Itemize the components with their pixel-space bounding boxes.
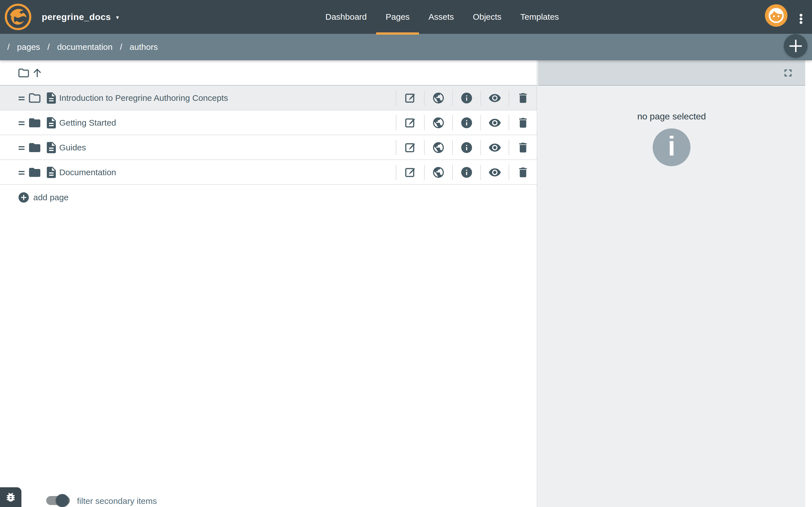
page-row[interactable]: Guides [0, 135, 537, 160]
breadcrumb-separator: / [47, 42, 50, 52]
edit-icon [404, 166, 417, 179]
fullscreen-icon[interactable] [782, 67, 794, 79]
preview-button[interactable] [480, 165, 509, 180]
trash-icon [516, 141, 529, 154]
page-title: Documentation [59, 160, 116, 185]
preview-button[interactable] [480, 115, 509, 130]
info-button[interactable] [452, 140, 480, 155]
delete-button[interactable] [509, 91, 537, 106]
delete-button[interactable] [509, 165, 537, 180]
eye-icon [488, 116, 501, 129]
filter-toggle[interactable] [46, 494, 70, 507]
edit-icon [404, 116, 417, 129]
row-actions [396, 86, 537, 110]
parent-folder-icon[interactable] [17, 67, 30, 79]
info-placeholder-icon: i [653, 128, 691, 166]
preview-button[interactable] [480, 91, 509, 106]
globe-icon [432, 141, 445, 154]
trash-icon [516, 166, 529, 179]
globe-icon [432, 92, 445, 105]
edit-button[interactable] [396, 140, 424, 155]
info-icon [460, 166, 473, 179]
preview-button[interactable] [480, 140, 509, 155]
page-list-panel: Introduction to Peregrine Authoring Conc… [0, 60, 538, 507]
eye-icon [488, 166, 501, 179]
publish-button[interactable] [424, 91, 452, 106]
face-icon [767, 6, 785, 24]
drag-handle-icon[interactable] [18, 121, 24, 126]
add-button[interactable] [784, 34, 808, 58]
info-button[interactable] [452, 91, 480, 106]
tab-assets[interactable]: Assets [428, 0, 454, 34]
publish-button[interactable] [424, 165, 452, 180]
page-row[interactable]: Getting Started [0, 110, 537, 135]
info-button[interactable] [452, 165, 480, 180]
page-row[interactable]: Documentation [0, 160, 537, 185]
site-switcher[interactable]: peregrine_docs ▼ [42, 0, 120, 34]
page-title: Introduction to Peregrine Authoring Conc… [59, 86, 228, 110]
bug-icon [5, 491, 17, 503]
page-row[interactable]: Introduction to Peregrine Authoring Conc… [0, 86, 537, 110]
page-title: Getting Started [59, 110, 116, 135]
eye-icon [488, 92, 501, 105]
folder-outline-icon [28, 91, 42, 105]
breadcrumb-item[interactable]: pages [17, 42, 40, 52]
peregrine-cms-page: peregrine_docs ▼ DashboardPagesAssetsObj… [0, 0, 812, 507]
breadcrumb-separator: / [120, 42, 122, 52]
page-title: Guides [59, 135, 86, 160]
add-page-button[interactable]: add page [33, 185, 68, 210]
row-actions [396, 135, 537, 160]
edit-button[interactable] [396, 91, 424, 106]
tab-objects[interactable]: Objects [473, 0, 502, 34]
edit-icon [404, 141, 417, 154]
add-circle-icon[interactable] [17, 191, 30, 204]
tab-dashboard[interactable]: Dashboard [325, 0, 367, 34]
site-name-label: peregrine_docs [42, 12, 111, 22]
drag-handle-icon[interactable] [18, 97, 24, 102]
publish-button[interactable] [424, 115, 452, 130]
drag-handle-icon[interactable] [18, 146, 24, 151]
globe-icon [432, 116, 445, 129]
delete-button[interactable] [509, 115, 537, 130]
eye-icon [488, 141, 501, 154]
peregrine-logo-icon[interactable] [5, 4, 31, 30]
caret-down-icon: ▼ [115, 13, 120, 20]
breadcrumb-item[interactable]: authors [130, 42, 158, 52]
tab-templates[interactable]: Templates [520, 0, 559, 34]
more-options-menu[interactable] [799, 13, 803, 24]
folder-icon [28, 166, 42, 179]
add-page-row: add page [0, 185, 537, 210]
edit-button[interactable] [396, 115, 424, 130]
top-navbar: peregrine_docs ▼ DashboardPagesAssetsObj… [0, 0, 812, 34]
document-icon [45, 166, 58, 179]
breadcrumb-item[interactable]: documentation [57, 42, 112, 52]
document-icon [45, 116, 58, 129]
no-page-selected-message: no page selected [538, 111, 805, 122]
debug-button[interactable] [0, 487, 21, 507]
tab-pages[interactable]: Pages [386, 0, 410, 34]
row-actions [396, 160, 537, 185]
nav-tabs: DashboardPagesAssetsObjectsTemplates [325, 0, 559, 34]
info-icon [460, 116, 473, 129]
info-icon [460, 92, 473, 105]
info-button[interactable] [452, 115, 480, 130]
drag-handle-icon[interactable] [18, 171, 24, 176]
toggle-knob [56, 494, 69, 507]
document-icon [45, 91, 58, 105]
edit-button[interactable] [396, 165, 424, 180]
trash-icon [516, 92, 529, 105]
folder-icon [28, 141, 42, 154]
user-avatar[interactable] [765, 4, 788, 27]
up-arrow-icon[interactable] [31, 67, 43, 79]
breadcrumb-separator: / [7, 42, 10, 52]
folder-icon [28, 116, 42, 129]
filter-toggle-label: filter secondary items [77, 496, 157, 506]
page-detail-panel: no page selected i [538, 60, 805, 507]
document-icon [45, 141, 58, 154]
info-glyph: i [668, 131, 675, 162]
publish-button[interactable] [424, 140, 452, 155]
list-toolbar [0, 60, 537, 86]
globe-icon [432, 166, 445, 179]
row-actions [396, 110, 537, 135]
delete-button[interactable] [509, 140, 537, 155]
